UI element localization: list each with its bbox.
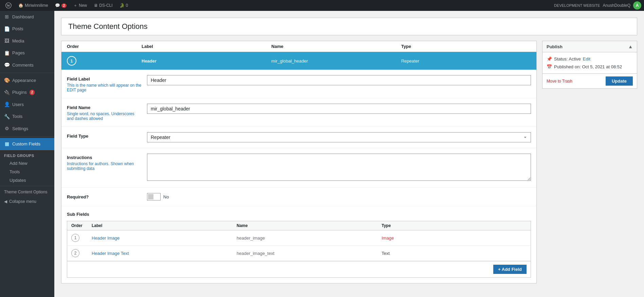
page-title-wrap: Theme Content Options [61, 18, 637, 35]
status-edit-link[interactable]: Edit [583, 56, 590, 62]
status-label: Status: Active [554, 56, 581, 62]
active-field-row[interactable]: 1 Header mir_global_header Repeater [61, 52, 536, 70]
col-label: Label [142, 44, 271, 49]
comments-item[interactable]: 💬 2 [52, 0, 70, 11]
custom-fields-icon: ▦ [4, 141, 10, 147]
required-toggle[interactable] [147, 193, 161, 200]
crocoblock-count: 0 [126, 3, 128, 8]
sidebar-sub-updates[interactable]: Updates [0, 176, 54, 185]
col-type: Type [401, 44, 531, 49]
sidebar-label-settings: Settings [12, 126, 28, 132]
instructions-textarea[interactable] [147, 154, 531, 181]
sidebar-label-media: Media [12, 38, 24, 44]
field-label-input[interactable] [147, 75, 531, 85]
instructions-hint: Instructions for authors. Shown when sub… [67, 161, 142, 171]
sidebar-item-plugins[interactable]: 🔌 Plugins 2 [0, 87, 54, 99]
sidebar-label-comments: Comments [12, 62, 34, 68]
published-row: 📅 Published on: Oct 5, 2021 at 08:52 [547, 64, 633, 69]
svg-text:W: W [7, 4, 10, 7]
theme-content-label: Theme Content Options [4, 190, 47, 194]
status-pin-icon: 📌 [547, 56, 552, 62]
sidebar-item-pages[interactable]: 📋 Pages [0, 47, 54, 59]
publish-panel-header: Publish ▲ [542, 41, 637, 52]
main-content: Theme Content Options Order Label Name T… [54, 11, 644, 297]
active-row-type: Repeater [401, 58, 531, 64]
subfields-table: Order Label Name Type 1 Header Image [67, 221, 531, 278]
avatar: A [633, 1, 641, 10]
sidebar-panel: Publish ▲ 📌 Status: Active Edit 📅 Publis… [542, 41, 637, 283]
field-name-input[interactable] [147, 104, 531, 114]
sidebar-sub-tools[interactable]: Tools [0, 168, 54, 176]
published-label: Published on: Oct 5, 2021 at 08:52 [554, 64, 622, 69]
field-type-section: Field Type Repeater [61, 127, 536, 148]
posts-icon: 📄 [4, 26, 10, 33]
sidebar-item-appearance[interactable]: 🎨 Appearance [0, 74, 54, 87]
content-area: Order Label Name Type 1 Header mir_globa… [61, 41, 637, 283]
sidebar-label-tools: Tools [12, 113, 22, 120]
publish-panel-body: 📌 Status: Active Edit 📅 Published on: Oc… [542, 52, 637, 73]
sidebar-divider-1 [0, 73, 54, 73]
sidebar-item-settings[interactable]: ⚙ Settings [0, 123, 54, 135]
sidebar-item-posts[interactable]: 📄 Posts [0, 23, 54, 35]
sidebar-item-users[interactable]: 👤 Users [0, 99, 54, 111]
plugins-badge: 2 [30, 90, 35, 95]
publish-panel: Publish ▲ 📌 Status: Active Edit 📅 Publis… [542, 41, 637, 89]
publish-panel-title: Publish [547, 44, 563, 49]
sidebar-item-media[interactable]: 🖼 Media [0, 35, 54, 47]
dashboard-icon: ⊞ [4, 14, 10, 20]
sub-tools-label: Tools [10, 169, 20, 174]
sidebar-label-appearance: Appearance [12, 77, 36, 84]
sidebar-item-custom-fields[interactable]: ▦ Custom Fields [0, 138, 54, 150]
required-title: Required? [67, 193, 142, 199]
sub-label-link-2[interactable]: Header Image Text [92, 251, 129, 256]
sidebar-label-custom-fields: Custom Fields [12, 141, 40, 147]
field-type-title: Field Type [67, 132, 142, 139]
ds-cli-item[interactable]: 🖥 DS-CLI [91, 0, 115, 11]
field-type-select[interactable]: Repeater [147, 132, 531, 142]
field-label-hint: This is the name which will appear on th… [67, 83, 142, 92]
dev-label: DEVELOPMENT WEBSITE [554, 3, 600, 7]
wp-logo-item[interactable]: W [3, 0, 14, 11]
sub-col-order: Order [71, 223, 92, 228]
page-title: Theme Content Options [68, 22, 148, 31]
update-button[interactable]: Update [606, 76, 633, 86]
field-name-section: Field Name Single word, no spaces. Under… [61, 98, 536, 127]
sidebar-item-tools[interactable]: 🔧 Tools [0, 111, 54, 123]
required-no-label: No [163, 194, 169, 199]
field-table-header: Order Label Name Type [61, 41, 536, 52]
sub-name-1: header_image [237, 235, 265, 241]
required-section: Required? No [61, 188, 536, 206]
ds-cli-label: DS-CLI [99, 3, 112, 8]
instructions-section: Instructions Instructions for authors. S… [61, 148, 536, 188]
sidebar-sub-add-new[interactable]: Add New [0, 159, 54, 168]
subfield-row-1: 1 Header Image header_image Image [67, 230, 531, 246]
add-field-button[interactable]: + Add Field [493, 265, 527, 274]
sub-order-2: 2 [71, 249, 79, 257]
sidebar-item-comments[interactable]: 💬 Comments [0, 59, 54, 71]
sub-col-type: Type [382, 223, 527, 228]
publish-collapse-arrow[interactable]: ▲ [628, 44, 633, 49]
appearance-icon: 🎨 [4, 77, 10, 84]
new-content-item[interactable]: ＋ New [71, 0, 90, 11]
active-row-order: 1 [67, 56, 76, 66]
field-label-title: Field Label [67, 75, 142, 82]
sidebar-label-posts: Posts [12, 26, 23, 32]
settings-icon: ⚙ [4, 125, 10, 132]
collapse-menu-button[interactable]: ◀ Collapse menu [0, 196, 54, 207]
sub-order-1: 1 [71, 234, 79, 242]
sidebar-label-dashboard: Dashboard [12, 14, 34, 20]
crocoblock-item[interactable]: 🐊 0 [117, 0, 131, 11]
site-name-item[interactable]: 🏠 Miriwinnilime [16, 0, 51, 11]
sidebar-divider-2 [0, 136, 54, 137]
sub-label-link-1[interactable]: Header Image [92, 235, 119, 241]
pages-icon: 📋 [4, 50, 10, 57]
sidebar-divider-3 [0, 186, 54, 186]
move-to-trash-link[interactable]: Move to Trash [547, 79, 572, 84]
field-name-hint: Single word, no spaces. Underscores and … [67, 111, 142, 121]
sidebar-item-theme-content[interactable]: Theme Content Options [0, 188, 54, 197]
sidebar-item-dashboard[interactable]: ⊞ Dashboard [0, 11, 54, 23]
comments-count-badge: 2 [61, 3, 67, 8]
tools-icon: 🔧 [4, 113, 10, 120]
add-new-label: Add New [10, 161, 27, 166]
subfields-title: Sub Fields [67, 212, 531, 217]
